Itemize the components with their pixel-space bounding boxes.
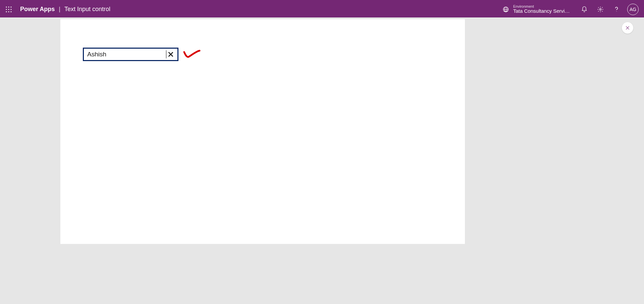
app-name[interactable]: Power Apps [20, 6, 55, 13]
waffle-icon [6, 6, 12, 12]
svg-point-2 [10, 6, 11, 7]
question-icon [613, 6, 620, 13]
svg-point-4 [8, 9, 9, 10]
notifications-button[interactable] [578, 3, 591, 16]
svg-point-1 [8, 6, 9, 7]
environment-selector[interactable]: Environment Tata Consultancy Servic... [498, 4, 575, 14]
page-title: Text Input control [64, 6, 110, 13]
x-icon [167, 51, 174, 58]
environment-text: Environment Tata Consultancy Servic... [513, 4, 570, 14]
gear-icon [597, 6, 604, 13]
svg-point-5 [10, 9, 11, 10]
close-preview-button[interactable] [622, 22, 633, 34]
app-canvas [60, 19, 465, 244]
svg-point-0 [6, 6, 7, 7]
checkmark-icon [183, 49, 201, 59]
text-input-control[interactable] [83, 48, 178, 61]
environment-name: Tata Consultancy Servic... [513, 8, 570, 14]
app-title-block: Power Apps | Text Input control [20, 6, 110, 13]
user-initials: AG [630, 7, 636, 12]
svg-point-13 [616, 11, 616, 11]
text-input-field[interactable] [87, 51, 167, 58]
clear-input-button[interactable] [166, 50, 175, 59]
svg-point-6 [6, 11, 7, 12]
close-icon [625, 25, 630, 31]
app-launcher-button[interactable] [3, 4, 14, 15]
annotation-checkmark [183, 49, 201, 59]
header-right: Environment Tata Consultancy Servic... [498, 3, 641, 16]
help-button[interactable] [610, 3, 623, 16]
content-area [0, 17, 644, 304]
svg-point-7 [8, 11, 9, 12]
svg-point-12 [600, 8, 601, 10]
svg-point-3 [6, 9, 7, 10]
header-left: Power Apps | Text Input control [3, 4, 110, 15]
title-separator: | [59, 6, 60, 13]
environment-label: Environment [513, 4, 570, 8]
user-avatar[interactable]: AG [627, 4, 639, 15]
globe-icon [502, 6, 509, 13]
settings-button[interactable] [594, 3, 607, 16]
app-header: Power Apps | Text Input control Environm… [0, 1, 644, 17]
bell-icon [581, 6, 588, 13]
svg-point-8 [10, 11, 11, 12]
